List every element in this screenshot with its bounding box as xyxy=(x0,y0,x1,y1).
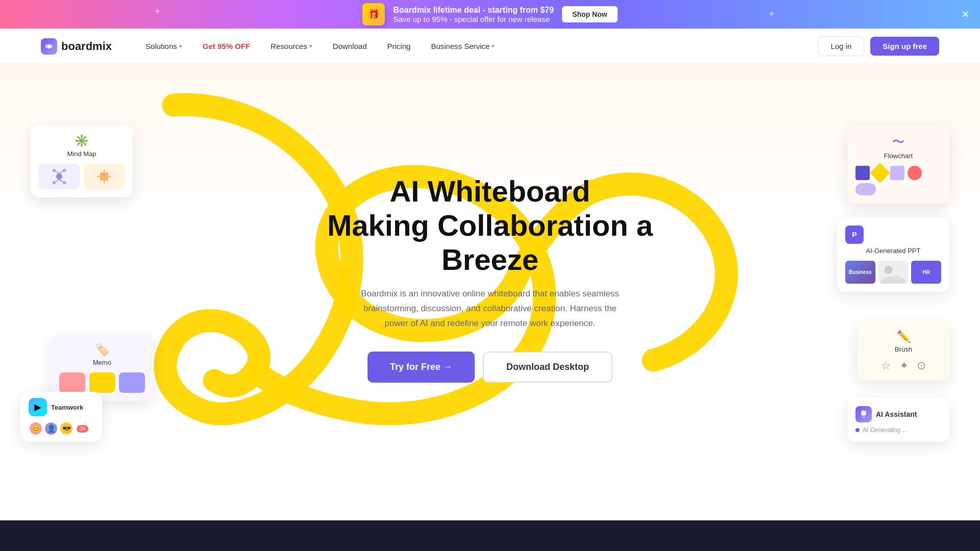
mindmap-label: Mind Map xyxy=(39,150,125,158)
teamwork-count: 24 xyxy=(77,425,88,433)
svg-point-1 xyxy=(56,173,62,180)
logo-icon xyxy=(41,38,57,55)
chevron-down-icon: ▾ xyxy=(309,43,312,49)
fc-circle xyxy=(908,166,922,180)
sun-icon: ✦ xyxy=(899,359,909,372)
brush-icon: ✏️ xyxy=(866,330,941,343)
nav-pricing[interactable]: Pricing xyxy=(379,38,419,55)
nav-resources[interactable]: Resources ▾ xyxy=(262,38,321,55)
flowchart-shapes xyxy=(855,166,941,180)
svg-rect-10 xyxy=(100,172,108,181)
banner-subtitle: Save up to 95% - special offer for new r… xyxy=(393,15,554,23)
svg-point-3 xyxy=(53,169,56,172)
nav-actions: Log in Sign up free xyxy=(818,36,939,56)
logo[interactable]: boardmix xyxy=(41,38,112,55)
ppt-thumb-business: Business xyxy=(845,261,875,284)
fc-oval xyxy=(855,183,876,195)
teamwork-avatars: 😊 👤 😎 24 xyxy=(29,421,94,436)
memo-label: Memo xyxy=(59,359,145,366)
fc-rect-2 xyxy=(890,166,904,180)
ai-assistant-label: AI Assistant xyxy=(876,410,917,418)
logo-text: boardmix xyxy=(61,40,112,53)
memo-color-yellow xyxy=(89,372,115,393)
ai-assistant-header: AI Assistant xyxy=(855,406,941,422)
login-button[interactable]: Log in xyxy=(818,36,864,56)
mindmap-card: ✳️ Mind Map xyxy=(31,126,133,197)
flowchart-card: 〜 Flowchart xyxy=(847,126,949,204)
fc-diamond xyxy=(870,163,890,183)
ai-logo xyxy=(855,406,872,422)
chevron-down-icon: ▾ xyxy=(492,43,495,49)
brush-card: ✏️ Brush ☆ ✦ ⊙ xyxy=(857,322,949,381)
svg-point-0 xyxy=(47,44,51,48)
aippt-label: AI-Generated PPT xyxy=(845,247,941,255)
mindmap-preview xyxy=(39,164,125,189)
aippt-thumbs: Business HR xyxy=(845,261,941,284)
teamwork-header: ▶ Teamwork xyxy=(29,398,94,416)
memo-color-purple xyxy=(119,372,145,393)
brush-label: Brush xyxy=(866,345,941,353)
memo-icon: 🏷️ xyxy=(59,343,145,357)
teamwork-icon: ▶ xyxy=(29,398,47,416)
hero-content: AI Whiteboard Making Collaboration a Bre… xyxy=(311,174,669,383)
svg-point-7 xyxy=(53,181,56,184)
avatar-1: 😊 xyxy=(29,421,43,436)
ai-generating-status: AI Generating ... xyxy=(855,427,941,434)
aippt-icon: P xyxy=(845,226,864,244)
aippt-card: P AI-Generated PPT Business HR xyxy=(837,217,949,292)
fc-rect-1 xyxy=(855,166,870,180)
flowchart-label: Flowchart xyxy=(855,152,941,160)
banner-close-button[interactable]: ✕ xyxy=(961,8,970,20)
nav-download[interactable]: Download xyxy=(325,38,375,55)
avatar-2: 👤 xyxy=(44,421,58,436)
ppt-thumb-hr: HR xyxy=(911,261,941,284)
flowchart-icon: 〜 xyxy=(855,134,941,150)
banner-icon: 🎁 xyxy=(362,3,385,26)
hero-section: ✳️ Mind Map xyxy=(0,64,980,483)
avatar-3: 😎 xyxy=(59,421,74,436)
ai-pulse-dot xyxy=(855,428,860,432)
brush-tools: ☆ ✦ ⊙ xyxy=(866,359,941,372)
star-icon: ☆ xyxy=(881,359,891,372)
svg-point-9 xyxy=(63,181,66,184)
try-for-free-button[interactable]: Try for Free → xyxy=(368,352,475,383)
download-desktop-button[interactable]: Download Desktop xyxy=(483,352,612,383)
navbar: boardmix Solutions ▾ Get 95% OFF Resourc… xyxy=(0,29,980,64)
ppt-thumb-photo xyxy=(878,261,909,284)
svg-point-5 xyxy=(63,169,66,172)
nav-discount[interactable]: Get 95% OFF xyxy=(194,38,258,55)
nav-solutions[interactable]: Solutions ▾ xyxy=(137,38,190,55)
banner-title: Boardmix lifetime deal - starting from $… xyxy=(393,6,554,14)
nav-items: Solutions ▾ Get 95% OFF Resources ▾ Down… xyxy=(137,38,818,55)
svg-point-16 xyxy=(884,266,892,274)
mindmap-preview-1 xyxy=(39,164,80,189)
mindmap-icon: ✳️ xyxy=(39,134,125,148)
hero-subtitle: Boardmix is an innovative online whitebo… xyxy=(352,287,628,331)
teamwork-card: ▶ Teamwork 😊 👤 😎 24 xyxy=(20,392,102,442)
top-banner: 🎁 Boardmix lifetime deal - starting from… xyxy=(0,0,980,29)
history-icon: ⊙ xyxy=(917,359,926,372)
nav-business[interactable]: Business Service ▾ xyxy=(423,38,503,55)
banner-text: Boardmix lifetime deal - starting from $… xyxy=(393,6,554,23)
fc-bottom xyxy=(855,183,941,195)
memo-color-pink xyxy=(59,372,85,393)
mindmap-preview-2 xyxy=(84,164,125,189)
ai-assistant-card: AI Assistant AI Generating ... xyxy=(847,398,949,442)
hero-title: AI Whiteboard Making Collaboration a Bre… xyxy=(311,174,669,277)
memo-card: 🏷️ Memo xyxy=(51,335,153,401)
hero-buttons: Try for Free → Download Desktop xyxy=(311,352,669,383)
teamwork-label: Teamwork xyxy=(51,404,83,411)
memo-colors xyxy=(59,372,145,393)
shop-now-button[interactable]: Shop Now xyxy=(562,6,617,22)
signup-button[interactable]: Sign up free xyxy=(870,37,939,56)
chevron-down-icon: ▾ xyxy=(179,43,182,49)
